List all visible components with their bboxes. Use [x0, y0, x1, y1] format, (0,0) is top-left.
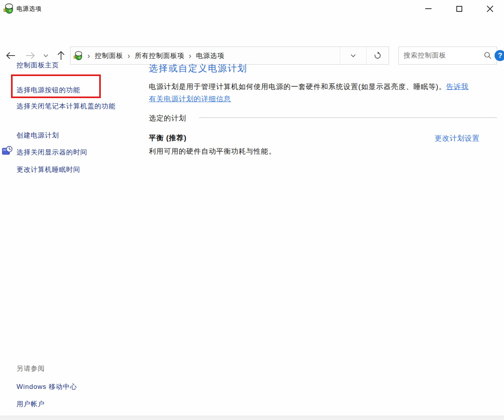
- search-box: [398, 46, 497, 65]
- breadcrumb-separator: ›: [128, 51, 131, 60]
- chevron-down-icon: [43, 54, 48, 58]
- see-also-header: 另请参阅: [17, 364, 45, 373]
- plan-description-text: 电源计划是用于管理计算机如何使用电源的一套硬件和系统设置(如显示器亮度、睡眠等)…: [149, 82, 502, 91]
- sidebar-item-create-power-plan[interactable]: 创建电源计划: [17, 129, 59, 141]
- sidebar-item-display-off-time[interactable]: 选择关闭显示器的时间: [17, 146, 87, 158]
- clock-icon: [2, 145, 13, 157]
- section-divider: [199, 117, 497, 118]
- recent-pages-button[interactable]: [41, 51, 50, 60]
- sidebar-item-windows-mobility-center[interactable]: Windows 移动中心: [17, 381, 77, 393]
- minimize-icon: [425, 8, 432, 9]
- sidebar-item-user-accounts[interactable]: 用户帐户: [17, 398, 45, 410]
- tell-me-more-link-line2-wrap: 有关电源计划的详细信息: [149, 94, 231, 104]
- refresh-icon: [374, 52, 382, 59]
- chevron-down-icon: [350, 54, 356, 58]
- page-title: 选择或自定义电源计划: [149, 62, 247, 74]
- navigation-bar: › 控制面板 › 所有控制面板项 › 电源选项: [0, 22, 504, 44]
- sidebar-item-power-button-function[interactable]: 选择电源按钮的功能: [17, 84, 80, 96]
- close-icon: [487, 6, 493, 12]
- tell-me-more-link[interactable]: 告诉我: [446, 83, 469, 91]
- maximize-button[interactable]: [450, 0, 469, 17]
- minimize-button[interactable]: [419, 0, 438, 17]
- maximize-icon: [456, 6, 462, 12]
- breadcrumb-item-all-items[interactable]: 所有控制面板项: [135, 51, 184, 60]
- power-options-icon: [74, 51, 83, 60]
- search-input[interactable]: [399, 47, 480, 64]
- window-title: 电源选项: [17, 5, 42, 13]
- back-arrow-icon: [6, 51, 16, 60]
- sidebar-item-lid-close-function[interactable]: 选择关闭笔记本计算机盖的功能: [17, 100, 128, 112]
- power-options-icon: [4, 3, 14, 14]
- sidebar-item-control-panel-home[interactable]: 控制面板主页: [17, 59, 59, 71]
- breadcrumb-separator: ›: [189, 51, 192, 60]
- selected-plan-header: 选定的计划: [149, 113, 186, 123]
- close-button[interactable]: [480, 0, 499, 17]
- address-dropdown-button[interactable]: [340, 47, 366, 64]
- plan-description: 利用可用的硬件自动平衡功耗与性能。: [149, 147, 276, 156]
- forward-arrow-icon: [25, 51, 35, 60]
- search-icon[interactable]: [484, 51, 492, 61]
- bottom-edge: [0, 416, 504, 420]
- back-button[interactable]: [4, 49, 17, 62]
- refresh-button[interactable]: [366, 47, 389, 64]
- power-options-window: 电源选项: [0, 0, 504, 420]
- help-icon: ?: [498, 52, 502, 60]
- plan-name-balanced: 平衡 (推荐): [149, 133, 187, 143]
- help-button[interactable]: ?: [495, 50, 504, 61]
- tell-me-more-link[interactable]: 有关电源计划的详细信息: [149, 95, 231, 103]
- title-bar: 电源选项: [0, 0, 504, 19]
- change-plan-settings-link[interactable]: 更改计划设置: [435, 134, 480, 143]
- breadcrumb-item-control-panel[interactable]: 控制面板: [95, 51, 123, 60]
- breadcrumb: › 控制面板 › 所有控制面板项 › 电源选项: [74, 47, 224, 64]
- breadcrumb-separator: ›: [87, 51, 91, 60]
- description-text: 电源计划是用于管理计算机如何使用电源的一套硬件和系统设置(如显示器亮度、睡眠等)…: [149, 83, 446, 91]
- breadcrumb-item-power-options[interactable]: 电源选项: [196, 51, 224, 60]
- sidebar-item-sleep-time[interactable]: 更改计算机睡眠时间: [17, 164, 80, 176]
